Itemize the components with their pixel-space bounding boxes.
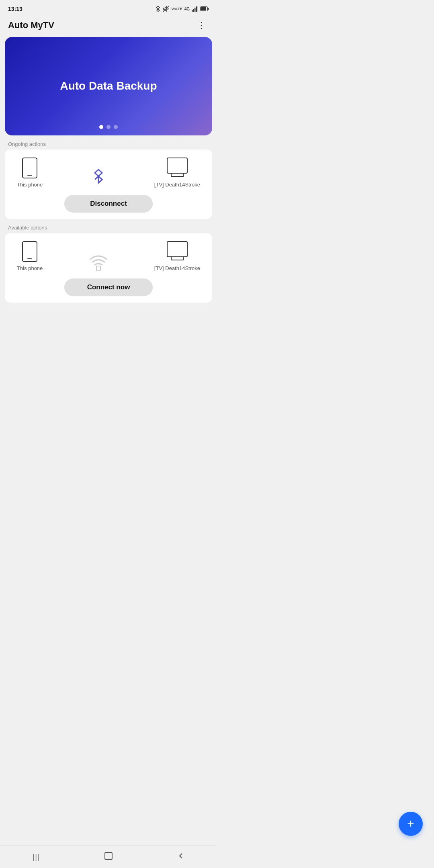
ongoing-phone-label: This phone <box>17 182 43 188</box>
svg-rect-2 <box>193 9 194 12</box>
overflow-menu-button[interactable]: ⋮ <box>194 18 209 32</box>
battery-icon <box>200 6 209 11</box>
signal-icon <box>192 6 198 12</box>
status-icons: VoLTE 4G <box>155 6 209 12</box>
ongoing-device-row: This phone [TV] Death14Stroke <box>13 158 204 188</box>
svg-rect-1 <box>192 10 193 12</box>
available-device-row: This phone [TV] Death14Stroke <box>13 241 204 271</box>
banner-dot-3[interactable] <box>114 125 118 129</box>
status-bar: 13:13 VoLTE 4G <box>0 0 217 16</box>
svg-rect-8 <box>201 7 206 11</box>
banner-dots <box>99 125 118 129</box>
banner-title: Auto Data Backup <box>48 79 169 93</box>
available-connection-icon <box>88 250 108 271</box>
banner: Auto Data Backup <box>5 37 212 135</box>
available-tv-label: [TV] Death14Stroke <box>154 265 200 271</box>
connect-now-button[interactable]: Connect now <box>64 278 153 296</box>
app-bar: Auto MyTV ⋮ <box>0 16 217 37</box>
status-time: 13:13 <box>8 6 23 12</box>
mute-icon <box>163 6 169 12</box>
available-actions-card: This phone [TV] Death14Stroke Connect no… <box>5 233 212 303</box>
available-tv: [TV] Death14Stroke <box>154 241 200 271</box>
ongoing-tv: [TV] Death14Stroke <box>154 158 200 188</box>
svg-rect-4 <box>196 6 197 12</box>
app-title: Auto MyTV <box>8 20 54 31</box>
available-phone-label: This phone <box>17 265 43 271</box>
phone-icon-available <box>22 241 37 262</box>
disconnect-button[interactable]: Disconnect <box>64 195 153 213</box>
available-this-phone: This phone <box>17 241 43 271</box>
ongoing-tv-label: [TV] Death14Stroke <box>154 182 200 188</box>
ongoing-this-phone: This phone <box>17 158 43 188</box>
volte-icon: VoLTE <box>171 7 182 11</box>
tv-icon-available <box>167 241 188 257</box>
phone-icon-ongoing <box>22 158 37 178</box>
ongoing-actions-label: Ongoing actions <box>0 135 217 149</box>
bluetooth-status-icon <box>155 6 161 12</box>
bluetooth-connection-icon <box>90 168 106 188</box>
available-actions-label: Available actions <box>0 219 217 233</box>
ongoing-actions-card: This phone [TV] Death14Stroke Disconnect <box>5 149 212 219</box>
wifi-connection-icon <box>88 250 108 271</box>
network-4g-icon: 4G <box>184 7 190 11</box>
banner-dot-1[interactable] <box>99 125 103 129</box>
banner-dot-2[interactable] <box>106 125 111 129</box>
svg-rect-5 <box>197 6 198 12</box>
tv-icon-ongoing <box>167 158 188 174</box>
svg-rect-7 <box>208 8 209 10</box>
ongoing-connection-icon <box>90 168 106 188</box>
svg-rect-3 <box>194 8 196 12</box>
